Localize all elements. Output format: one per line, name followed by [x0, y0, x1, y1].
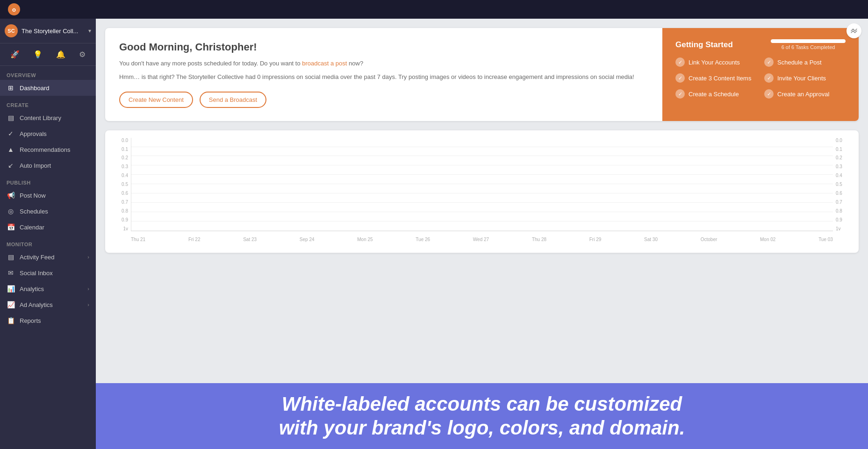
sidebar-item-label: Approvals — [20, 130, 89, 137]
progress-label: 6 of 6 Tasks Completed — [771, 44, 846, 50]
sidebar-item-label: Post Now — [20, 192, 89, 199]
task-item-create-schedule: ✓ Create a Schedule — [675, 89, 757, 99]
task-check-icon: ✓ — [675, 89, 685, 99]
chart-plot — [131, 138, 833, 231]
ad-analytics-icon: 📈 — [7, 300, 15, 309]
calendar-icon: 📅 — [7, 223, 15, 231]
auto-import-icon: ↙ — [7, 161, 15, 170]
social-inbox-icon: ✉ — [7, 269, 15, 277]
sidebar: SC The Storyteller Coll... ▾ 🚀 💡 🔔 ⚙ Ove… — [0, 19, 96, 449]
task-label: Link Your Accounts — [689, 59, 740, 66]
sidebar-item-label: Reports — [20, 317, 89, 324]
task-item-create-approval: ✓ Create an Approval — [764, 89, 846, 99]
lightbulb-icon[interactable]: 💡 — [31, 48, 44, 61]
sidebar-item-label: Social Inbox — [20, 270, 89, 277]
chevron-right-icon: › — [87, 286, 89, 292]
activity-feed-icon: ▤ — [7, 253, 15, 261]
schedules-icon: ◎ — [7, 207, 15, 215]
chart-wrapper: 1v 0.9 0.8 0.7 0.6 0.5 0.4 0.3 0.2 0.1 0… — [115, 138, 849, 245]
sidebar-item-ad-analytics[interactable]: 📈 Ad Analytics › — [0, 297, 96, 313]
post-now-icon: 📢 — [7, 191, 15, 200]
task-label: Schedule a Post — [777, 59, 822, 66]
task-label: Create a Schedule — [689, 91, 739, 98]
sidebar-item-reports[interactable]: 📋 Reports — [0, 313, 96, 328]
broadcast-link[interactable]: broadcast a post — [302, 60, 347, 67]
recommendations-icon: ▲ — [7, 145, 15, 154]
reports-icon: 📋 — [7, 316, 15, 325]
progress-bar-track — [771, 39, 846, 43]
top-bar: o — [0, 0, 868, 19]
welcome-card: Good Morning, Christopher! You don't hav… — [105, 28, 859, 121]
overlay-line1: White-labeled accounts can be customized — [115, 392, 849, 416]
sidebar-item-schedules[interactable]: ◎ Schedules — [0, 203, 96, 219]
task-label: Invite Your Clients — [777, 75, 826, 82]
sidebar-item-auto-import[interactable]: ↙ Auto Import — [0, 157, 96, 173]
task-label: Create an Approval — [777, 91, 829, 98]
task-check-icon: ✓ — [764, 57, 774, 67]
task-check-icon: ✓ — [764, 89, 774, 99]
sidebar-item-approvals[interactable]: ✓ Approvals — [0, 126, 96, 142]
sidebar-item-label: Dashboard — [20, 85, 89, 92]
sidebar-section-monitor: Monitor ▤ Activity Feed › ✉ Social Inbox… — [0, 235, 96, 328]
sidebar-item-label: Content Library — [20, 114, 89, 121]
chart-y-axis-right: 1v 0.9 0.8 0.7 0.6 0.5 0.4 0.3 0.2 0.1 0… — [833, 138, 849, 231]
progress-container: 6 of 6 Tasks Completed — [771, 39, 846, 50]
getting-started-header: Getting Started 6 of 6 Tasks Completed — [675, 39, 846, 50]
svg-text:o: o — [12, 6, 16, 13]
content-library-icon: ▤ — [7, 114, 15, 122]
welcome-actions: Create New Content Send a Broadcast — [119, 92, 648, 108]
rocket-icon[interactable]: 🚀 — [8, 48, 22, 61]
sidebar-item-recommendations[interactable]: ▲ Recommendations — [0, 142, 96, 157]
sidebar-item-label: Analytics — [20, 285, 87, 292]
sidebar-item-label: Recommendations — [20, 146, 89, 153]
chart-y-axis-left: 1v 0.9 0.8 0.7 0.6 0.5 0.4 0.3 0.2 0.1 0… — [115, 138, 131, 231]
approvals-icon: ✓ — [7, 129, 15, 138]
sidebar-item-analytics[interactable]: 📊 Analytics › — [0, 281, 96, 297]
app-logo: o — [6, 1, 22, 18]
content-area: Good Morning, Christopher! You don't hav… — [96, 19, 868, 449]
sidebar-item-label: Auto Import — [20, 162, 89, 169]
overlay-banner: White-labeled accounts can be customized… — [96, 383, 868, 449]
sidebar-item-social-inbox[interactable]: ✉ Social Inbox — [0, 265, 96, 281]
chart-card: 1v 0.9 0.8 0.7 0.6 0.5 0.4 0.3 0.2 0.1 0… — [105, 130, 859, 253]
tool-icon-button[interactable] — [846, 23, 861, 38]
sidebar-item-post-now[interactable]: 📢 Post Now — [0, 187, 96, 203]
welcome-message1: You don't have any more posts scheduled … — [119, 59, 648, 69]
tasks-grid: ✓ Link Your Accounts ✓ Schedule a Post ✓… — [675, 57, 846, 99]
chevron-right-icon: › — [87, 254, 89, 260]
sidebar-item-activity-feed[interactable]: ▤ Activity Feed › — [0, 249, 96, 265]
sidebar-icon-row: 🚀 💡 🔔 ⚙ — [0, 43, 96, 66]
welcome-message2: Hmm… is that right? The Storyteller Coll… — [119, 72, 648, 82]
sidebar-item-label: Schedules — [20, 208, 89, 215]
section-label-create: Create — [0, 96, 96, 110]
chevron-right-icon: › — [87, 302, 89, 307]
account-avatar: SC — [5, 24, 18, 37]
sidebar-item-calendar[interactable]: 📅 Calendar — [0, 219, 96, 235]
account-name: The Storyteller Coll... — [22, 28, 88, 35]
analytics-icon: 📊 — [7, 285, 15, 293]
dashboard-icon: ⊞ — [7, 84, 15, 92]
bell-icon[interactable]: 🔔 — [54, 48, 67, 61]
account-chevron-icon: ▾ — [88, 28, 91, 34]
section-label-publish: Publish — [0, 173, 96, 187]
overlay-line2: with your brand's logo, colors, and doma… — [115, 416, 849, 440]
task-label: Create 3 Content Items — [689, 75, 751, 82]
sidebar-item-content-library[interactable]: ▤ Content Library — [0, 110, 96, 126]
sidebar-section-publish: Publish 📢 Post Now ◎ Schedules 📅 Calenda… — [0, 173, 96, 235]
task-item-invite-clients: ✓ Invite Your Clients — [764, 73, 846, 83]
task-check-icon: ✓ — [675, 57, 685, 67]
progress-bar-fill — [771, 39, 846, 43]
sidebar-item-dashboard[interactable]: ⊞ Dashboard — [0, 80, 96, 96]
section-label-overview: Overview — [0, 66, 96, 80]
sidebar-section-create: Create ▤ Content Library ✓ Approvals ▲ R… — [0, 96, 96, 173]
create-content-button[interactable]: Create New Content — [119, 92, 193, 108]
task-item-schedule-post: ✓ Schedule a Post — [764, 57, 846, 67]
getting-started-title: Getting Started — [675, 40, 733, 50]
broadcast-button[interactable]: Send a Broadcast — [200, 92, 266, 108]
section-label-monitor: Monitor — [0, 235, 96, 249]
task-check-icon: ✓ — [675, 73, 685, 83]
task-item-create-content: ✓ Create 3 Content Items — [675, 73, 757, 83]
account-selector[interactable]: SC The Storyteller Coll... ▾ — [0, 19, 96, 43]
settings-icon[interactable]: ⚙ — [77, 48, 87, 61]
sidebar-item-label: Calendar — [20, 224, 89, 231]
